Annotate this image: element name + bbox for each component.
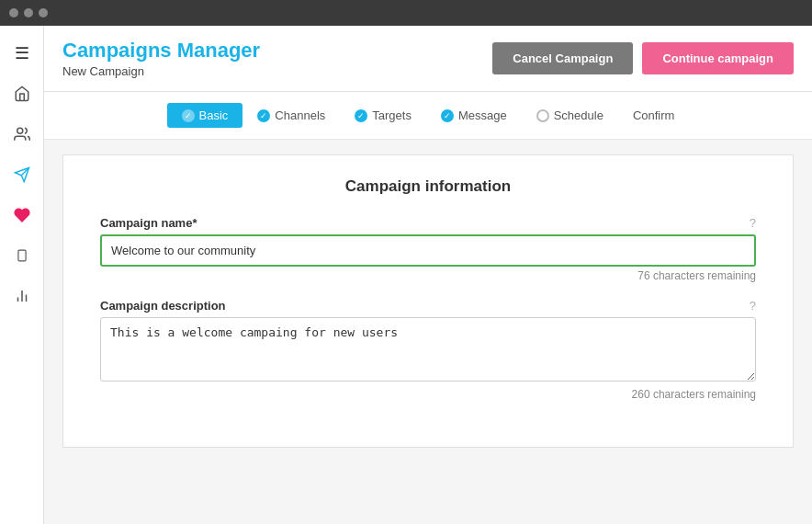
sidebar-users-icon[interactable] <box>4 116 40 153</box>
tab-targets-check-icon: ✓ <box>355 109 367 122</box>
sidebar-chart-icon[interactable] <box>4 278 40 314</box>
tab-basic[interactable]: ✓ Basic <box>167 103 243 128</box>
tab-schedule[interactable]: Schedule <box>522 103 618 128</box>
sidebar-mobile-icon[interactable] <box>4 237 40 274</box>
campaign-name-field-group: Campaign name* ? 76 characters remaining <box>100 216 756 282</box>
title-dot-3 <box>39 8 48 17</box>
form-area: Campaign information Campaign name* ? 76… <box>44 140 812 524</box>
continue-campaign-button[interactable]: Continue campaign <box>642 42 794 74</box>
page-subtitle: New Campaign <box>62 64 260 78</box>
tab-message[interactable]: ✓ Message <box>426 103 522 128</box>
header-left: Campaigns Manager New Campaign <box>62 39 260 78</box>
tab-confirm-label: Confirm <box>633 108 675 122</box>
tab-targets-label: Targets <box>372 108 412 122</box>
svg-point-0 <box>17 128 22 133</box>
campaign-name-label: Campaign name* <box>100 216 197 230</box>
header: Campaigns Manager New Campaign Cancel Ca… <box>44 26 812 92</box>
sidebar-heart-icon[interactable] <box>4 197 40 234</box>
app-container: ☰ Campaigns Manager New Campaign <box>0 26 812 524</box>
sidebar-send-icon[interactable] <box>4 156 40 193</box>
campaign-description-label: Campaign description <box>100 299 226 313</box>
sidebar: ☰ <box>0 26 44 524</box>
header-actions: Cancel Campaign Continue campaign <box>492 39 794 74</box>
svg-rect-3 <box>17 250 25 261</box>
tab-basic-label: Basic <box>199 108 229 122</box>
tab-message-check-icon: ✓ <box>441 109 454 122</box>
title-bar <box>0 0 812 26</box>
campaign-name-input[interactable] <box>100 234 756 267</box>
title-dot-1 <box>9 8 18 17</box>
sidebar-menu-icon[interactable]: ☰ <box>4 35 40 72</box>
tab-confirm[interactable]: Confirm <box>618 103 690 128</box>
tab-targets[interactable]: ✓ Targets <box>340 103 426 128</box>
campaign-description-label-row: Campaign description ? <box>100 299 756 313</box>
campaign-description-textarea[interactable] <box>100 317 756 382</box>
sidebar-home-icon[interactable] <box>4 75 40 112</box>
title-dot-2 <box>24 8 33 17</box>
tab-message-label: Message <box>458 108 507 122</box>
tab-schedule-label: Schedule <box>554 108 603 122</box>
form-card: Campaign information Campaign name* ? 76… <box>62 154 794 448</box>
content-area: Campaigns Manager New Campaign Cancel Ca… <box>44 26 812 524</box>
campaign-description-help-icon[interactable]: ? <box>750 299 756 313</box>
tab-schedule-circle-icon <box>536 109 549 122</box>
campaign-name-counter: 76 characters remaining <box>100 269 756 282</box>
page-title: Campaigns Manager <box>62 39 260 63</box>
tabs-bar: ✓ Basic ✓ Channels ✓ Targets ✓ Message S… <box>44 92 812 140</box>
campaign-name-label-row: Campaign name* ? <box>100 216 756 230</box>
campaign-name-help-icon[interactable]: ? <box>750 216 756 230</box>
campaign-description-field-group: Campaign description ? 260 characters re… <box>100 299 756 401</box>
tab-channels[interactable]: ✓ Channels <box>242 103 340 128</box>
campaign-description-counter: 260 characters remaining <box>100 388 756 401</box>
cancel-campaign-button[interactable]: Cancel Campaign <box>492 42 633 74</box>
tab-channels-label: Channels <box>275 108 325 122</box>
tab-basic-check-icon: ✓ <box>182 109 195 122</box>
form-section-title: Campaign information <box>100 177 756 196</box>
tab-channels-check-icon: ✓ <box>257 109 270 122</box>
